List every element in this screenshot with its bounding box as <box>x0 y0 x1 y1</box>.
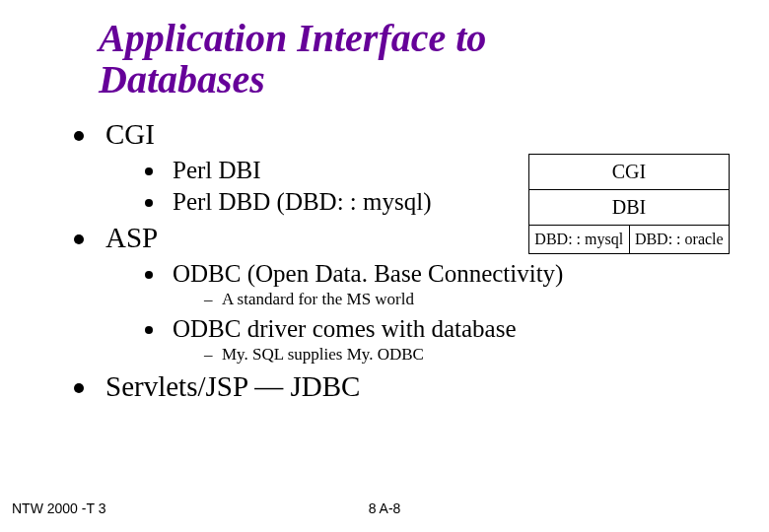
diagram-dbd-row: DBD: : mysql DBD: : oracle <box>528 225 730 254</box>
slide-title: Application Interface to Databases <box>99 18 769 100</box>
title-line-1: Application Interface to <box>99 16 486 60</box>
diagram-dbi-box: DBI <box>528 190 730 225</box>
bullet-mysql-myodbc: My. SQL supplies My. ODBC <box>204 345 769 365</box>
bullet-label: Servlets/JSP — JDBC <box>105 370 360 402</box>
sublist: ODBC (Open Data. Base Connectivity) A st… <box>145 260 769 365</box>
footer-left: NTW 2000 -T 3 <box>12 500 105 516</box>
bullet-label: Perl DBI <box>173 157 261 183</box>
architecture-diagram: CGI DBI DBD: : mysql DBD: : oracle <box>528 154 730 254</box>
bullet-label: A standard for the MS world <box>222 290 414 308</box>
title-line-2: Databases <box>99 57 265 101</box>
subsublist: A standard for the MS world <box>204 290 769 309</box>
bullet-servlets-jdbc: Servlets/JSP — JDBC <box>74 370 769 403</box>
diagram-cgi-box: CGI <box>528 154 730 190</box>
bullet-odbc: ODBC (Open Data. Base Connectivity) A st… <box>145 260 769 309</box>
diagram-dbd-oracle-box: DBD: : oracle <box>629 225 731 254</box>
slide: Application Interface to Databases CGI P… <box>0 0 769 532</box>
bullet-label: Perl DBD (DBD: : mysql) <box>173 188 432 215</box>
bullet-label: CGI <box>105 118 155 150</box>
bullet-label: ODBC driver comes with database <box>173 315 517 342</box>
bullet-odbc-driver: ODBC driver comes with database My. SQL … <box>145 315 769 365</box>
diagram-dbd-mysql-box: DBD: : mysql <box>528 225 629 254</box>
footer-page-number: 8 A-8 <box>369 500 401 516</box>
bullet-odbc-standard: A standard for the MS world <box>204 290 769 309</box>
bullet-label: ODBC (Open Data. Base Connectivity) <box>173 260 563 287</box>
bullet-label: ASP <box>105 222 158 253</box>
subsublist: My. SQL supplies My. ODBC <box>204 345 769 365</box>
bullet-label: My. SQL supplies My. ODBC <box>222 345 424 364</box>
